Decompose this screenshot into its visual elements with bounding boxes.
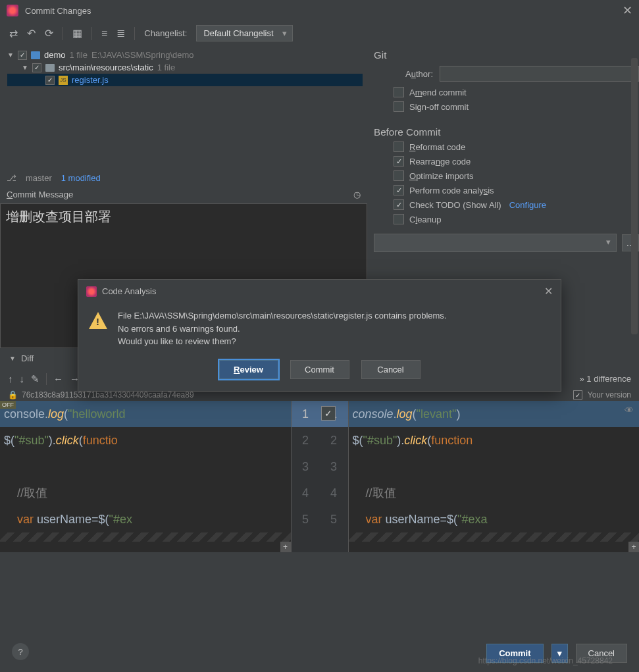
checkbox[interactable]: ✓ [394, 156, 404, 167]
file-count: 1 file [157, 63, 175, 72]
dialog-titlebar: Code Analysis ✕ [78, 280, 561, 303]
changelist-label: Changelist: [144, 28, 187, 38]
file-count: 1 file [70, 50, 88, 60]
back-icon: ← [53, 373, 63, 384]
left-pane[interactable]: console.log("helloworld $("#sub").click(… [0, 401, 291, 552]
todo-row[interactable]: ✓Check TODO (Show All)Configure [394, 199, 639, 210]
commit-message-label: CCommit Messageommit Message [7, 190, 73, 199]
commit-toolbar: ⇄ ↶ ⟳ ▦ ≡ ≣ Changelist: Default Changeli… [0, 21, 639, 45]
title-bar: Commit Changes ✕ [0, 0, 639, 21]
server-combo-row: … [374, 234, 639, 252]
before-commit-title: Before Commit [374, 126, 639, 138]
signoff-row[interactable]: Sign-off commit [394, 101, 639, 112]
app-logo-icon [7, 5, 18, 16]
analysis-row[interactable]: ✓Perform code analysis [394, 185, 639, 195]
expand-icon[interactable]: ≡ [101, 28, 107, 39]
group-icon[interactable]: ▦ [72, 27, 82, 39]
branch-icon: ⎇ [7, 173, 16, 183]
separator [46, 373, 47, 385]
expand-handle[interactable]: + [280, 542, 291, 552]
server-combo[interactable] [374, 234, 617, 252]
expand-handle[interactable]: + [628, 542, 639, 552]
include-checkbox[interactable]: ✓ [573, 390, 582, 400]
tree-name: demo [44, 50, 66, 60]
code-analysis-dialog: Code Analysis ✕ File E:\JAVA\SSM\Spring\… [78, 279, 561, 392]
checkbox[interactable] [394, 214, 404, 224]
help-button[interactable]: ? [12, 643, 29, 660]
chevron-down-icon[interactable]: ▼ [9, 355, 16, 362]
author-input[interactable] [440, 66, 639, 82]
chevron-down-icon[interactable]: ▼ [22, 64, 28, 71]
file-name: register.js [72, 75, 109, 85]
collapse-icon[interactable]: ≣ [116, 27, 125, 39]
cleanup-row[interactable]: Cleanup [394, 214, 639, 224]
tree-path: E:\JAVA\SSM\Spring\demo [91, 50, 194, 60]
scrollbar[interactable] [631, 58, 638, 334]
prev-diff-icon: ↑ [8, 373, 13, 384]
amend-row[interactable]: Amend commit [394, 87, 639, 97]
left-gutter: 1 2 3 4 5 [291, 401, 320, 552]
folder-icon [45, 64, 55, 72]
off-badge: OFF [0, 401, 16, 409]
dialog-message: File E:\JAVA\SSM\Spring\demo\src\main\re… [118, 309, 446, 348]
close-icon[interactable]: ✕ [544, 285, 553, 297]
tree-root[interactable]: ▼ ✓ demo 1 file E:\JAVA\SSM\Spring\demo [7, 49, 363, 61]
separator [63, 27, 63, 40]
tree-name: src\main\resources\static [59, 63, 153, 72]
modified-link[interactable]: 1 modified [61, 173, 101, 183]
warning-icon [89, 312, 107, 329]
commit-button[interactable]: Commit [290, 360, 349, 379]
checkbox[interactable] [394, 142, 404, 152]
js-file-icon: JS [59, 76, 68, 85]
branch-bar: ⎇ master 1 modified [0, 170, 367, 186]
diff-title: Diff [21, 353, 34, 363]
checkbox[interactable]: ✓ [394, 199, 404, 210]
checkbox[interactable] [394, 87, 404, 97]
right-gutter: 1 ✓ 2 3 4 5 [320, 401, 349, 552]
refresh-icon[interactable]: ⟳ [45, 27, 53, 39]
rearrange-row[interactable]: ✓Rearrange code [394, 156, 639, 167]
branch-name: master [26, 173, 52, 183]
tree-folder[interactable]: ▼ ✓ src\main\resources\static 1 file [7, 61, 363, 74]
tree-file[interactable]: ✓ JS register.js [7, 74, 363, 86]
app-logo-icon [86, 286, 97, 297]
chevron-down-icon[interactable]: ▼ [7, 51, 14, 59]
git-title: Git [374, 49, 639, 61]
separator [134, 27, 135, 40]
checkbox[interactable]: ✓ [45, 76, 55, 85]
right-pane[interactable]: 👁 console.log("levant") $("#sub").click(… [349, 401, 640, 552]
checkbox[interactable]: ✓ [394, 185, 404, 195]
diff-icon[interactable]: ⇄ [9, 27, 18, 39]
edit-icon[interactable]: ✎ [31, 373, 39, 385]
diff-viewer: OFF console.log("helloworld $("#sub").cl… [0, 401, 639, 552]
reformat-row[interactable]: Reformat code [394, 142, 639, 152]
configure-link[interactable]: Configure [509, 200, 546, 210]
commit-message-header: CCommit Messageommit Message ◷ [0, 186, 367, 203]
history-icon[interactable]: ◷ [353, 190, 361, 199]
diff-count: » 1 difference [579, 374, 631, 384]
lock-icon: 🔒 [8, 390, 18, 400]
module-icon [31, 51, 40, 59]
cancel-button[interactable]: Cancel [361, 360, 421, 379]
separator [91, 27, 92, 40]
optimize-row[interactable]: Optimize imports [394, 170, 639, 181]
undo-icon[interactable]: ↶ [27, 27, 36, 39]
window-title: Commit Changes [25, 6, 91, 16]
inspection-icon[interactable]: 👁 [625, 405, 634, 415]
author-row: Author: [394, 66, 639, 82]
line-checkbox[interactable]: ✓ [321, 406, 336, 421]
dialog-title: Code Analysis [102, 286, 156, 296]
next-diff-icon: ↓ [20, 373, 25, 384]
close-icon[interactable]: ✕ [623, 3, 632, 18]
checkbox[interactable] [394, 170, 404, 181]
changelist-combo[interactable]: Default Changelist [196, 25, 292, 41]
checkbox[interactable]: ✓ [32, 63, 41, 72]
review-button[interactable]: Review [219, 360, 278, 379]
changes-tree: ▼ ✓ demo 1 file E:\JAVA\SSM\Spring\demo … [0, 45, 367, 170]
right-revision: Your version [588, 390, 631, 400]
dialog-buttons: Review Commit Cancel [78, 351, 561, 391]
author-label: Author: [394, 69, 433, 79]
checkbox[interactable]: ✓ [18, 51, 27, 60]
checkbox[interactable] [394, 101, 404, 112]
left-revision: 76c183c8a91153171ba3143304409caafa74ea89 [22, 390, 194, 400]
